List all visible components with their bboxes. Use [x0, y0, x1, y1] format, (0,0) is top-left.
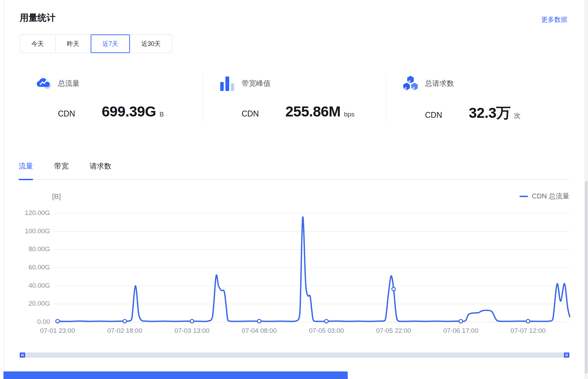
stat-unit: 次 [514, 111, 520, 120]
data-point-marker [459, 319, 463, 323]
stat-label: 总请求数 [425, 79, 454, 88]
stat-value: 32.3万 [469, 103, 510, 123]
bandwidth-bars-icon [219, 75, 235, 92]
stat-unit: bps [344, 111, 355, 118]
range-tab-yesterday[interactable]: 昨天 [55, 35, 91, 53]
page-title: 用量统计 [20, 12, 55, 24]
y-axis-tick-label: 20.00G [12, 300, 50, 307]
x-axis-tick-label: 07-03 13:00 [163, 327, 221, 335]
range-tab-last7days[interactable]: 近7天 [91, 35, 130, 53]
stat-card-total-traffic: 总流量 CDN 699.39G B [36, 75, 187, 123]
panel-left-border [3, 0, 4, 379]
data-point-marker [56, 319, 59, 323]
bottom-partial-panel [3, 371, 348, 379]
stat-card-total-requests: 总请求数 CDN 32.3万 次 [403, 75, 554, 123]
stat-card-peak-bandwidth: 带宽峰值 CDN 255.86M bps [219, 75, 371, 123]
x-axis-tick-label: 07-04 08:00 [230, 327, 288, 335]
x-axis-tick-label: 07-05 03:00 [297, 327, 356, 335]
chart-tab-bandwidth[interactable]: 带宽 [54, 161, 69, 179]
usage-statistics-panel: 用量统计 更多数据 今天 昨天 近7天 近30天 总流量 CDN 699.39G… [0, 0, 588, 379]
chart-tab-requests[interactable]: 请求数 [90, 161, 111, 179]
stat-label: 总流量 [58, 79, 80, 88]
data-point-marker [123, 319, 126, 323]
stat-value: 699.39G [102, 103, 156, 120]
stat-product: CDN [58, 109, 102, 119]
x-axis-tick-label: 07-05 22:00 [364, 327, 423, 335]
legend-label: CDN 总流量 [532, 192, 569, 201]
chart-tab-traffic[interactable]: 流量 [19, 161, 33, 179]
y-axis-tick-label: 100.00G [12, 227, 50, 235]
stat-product: CDN [242, 109, 285, 119]
stat-product: CDN [425, 111, 469, 120]
page-scrollbar-thumb[interactable] [585, 181, 588, 374]
cloud-traffic-icon [36, 75, 51, 92]
stat-label: 带宽峰值 [242, 79, 271, 88]
data-point-marker [190, 319, 194, 323]
stat-unit: B [160, 111, 164, 118]
datazoom-right-handle[interactable] [564, 352, 569, 358]
data-point-marker [325, 319, 328, 323]
data-point-marker [392, 287, 395, 291]
y-axis-tick-label: 80.00G [12, 245, 50, 253]
traffic-line-chart [0, 0, 588, 379]
y-axis-unit-label: [B] [52, 192, 61, 201]
date-range-tabs: 今天 昨天 近7天 近30天 [20, 34, 172, 53]
datazoom-left-handle[interactable] [20, 352, 25, 358]
x-axis-tick-label: 07-01 23:00 [28, 327, 87, 335]
requests-cubes-icon [403, 75, 418, 92]
y-axis-tick-label: 0.00 [12, 318, 50, 326]
y-axis-tick-label: 60.00G [12, 264, 50, 271]
data-point-marker [526, 319, 530, 323]
page-scrollbar-track[interactable] [584, 0, 588, 379]
data-point-marker [257, 319, 261, 323]
range-tab-today[interactable]: 今天 [20, 35, 55, 53]
stat-divider [203, 75, 203, 123]
x-axis-tick-label: 07-07 12:00 [499, 327, 557, 335]
stat-value: 255.86M [285, 103, 341, 120]
datazoom-slider-track[interactable] [20, 352, 569, 358]
legend-item-cdn-traffic[interactable]: CDN 总流量 [519, 192, 569, 201]
y-axis-tick-label: 40.00G [12, 282, 50, 289]
stat-divider [386, 75, 386, 123]
x-axis-tick-label: 07-06 17:00 [432, 327, 490, 335]
more-data-link[interactable]: 更多数据 [541, 15, 567, 24]
chart-metric-tabs: 流量 带宽 请求数 [19, 161, 569, 180]
range-tab-last30days[interactable]: 近30天 [130, 35, 172, 53]
y-axis-tick-label: 120.00G [12, 209, 50, 217]
x-axis-tick-label: 07-02 18:00 [95, 327, 154, 335]
legend-line-swatch [519, 196, 528, 197]
